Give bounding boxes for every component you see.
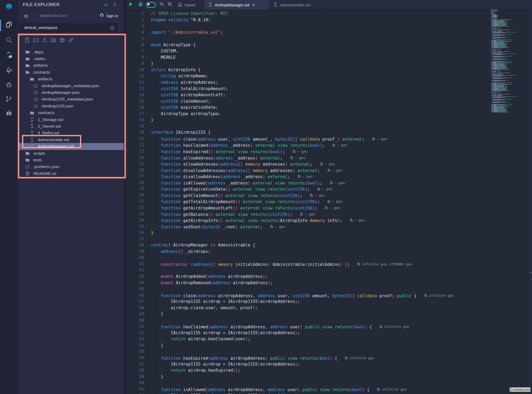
code-line-62[interactable]: 62 IAirdrop1155 airdrop = IAirdrop1155(a… bbox=[126, 392, 487, 394]
code-line-19[interactable]: 19 bbox=[126, 123, 487, 130]
hamburger-menu-icon[interactable] bbox=[23, 14, 29, 20]
code-line-31[interactable]: 31 function getTotalAirdropAmount() exte… bbox=[126, 198, 487, 205]
tree-item-contracts[interactable]: contracts bbox=[18, 110, 124, 116]
tree-item-administrable-sol[interactable]: Administrable.sol bbox=[18, 136, 124, 143]
tree-item-scripts[interactable]: scripts bbox=[18, 150, 124, 157]
zoom-in-icon[interactable] bbox=[166, 0, 174, 10]
tree-item--states[interactable]: .states bbox=[18, 55, 124, 62]
cube-icon[interactable] bbox=[59, 37, 65, 44]
tab-home[interactable]: Home bbox=[175, 0, 198, 10]
code-line-58[interactable]: 58 return airdrop.hasExpired(); bbox=[126, 367, 487, 374]
tab-administrable[interactable]: Administrable.sol bbox=[269, 0, 321, 10]
tree-item-iairdrop1155-json[interactable]: {}IAirdrop1155.json bbox=[18, 103, 124, 109]
file-explorer-icon[interactable] bbox=[4, 20, 14, 30]
code-line-11[interactable]: 11 string airdropName; bbox=[126, 73, 487, 79]
code-line-23[interactable]: 23 function hasExpired() external view r… bbox=[126, 148, 487, 155]
code-line-14[interactable]: 14 uint256 airdropAmountLeft; bbox=[126, 92, 487, 98]
code-line-53[interactable]: 53 return airdrop.hasClaimed(user); bbox=[126, 336, 487, 342]
panel-editor-divider[interactable] bbox=[124, 0, 126, 394]
code-line-54[interactable]: 54 } bbox=[126, 342, 487, 349]
code-line-26[interactable]: 26 function disallowAddresses(address[] … bbox=[126, 167, 487, 174]
deploy-run-icon[interactable] bbox=[4, 66, 14, 76]
code-line-51[interactable]: 51 function hasClaimed(address airdropAd… bbox=[126, 324, 487, 330]
tree-item--deps[interactable]: .deps bbox=[18, 49, 124, 55]
git-icon[interactable] bbox=[4, 95, 14, 104]
code-line-12[interactable]: 12 address airdropAddress; bbox=[126, 79, 487, 86]
code-line-46[interactable]: 46 function claim(address airdropAddress… bbox=[126, 292, 487, 299]
code-line-33[interactable]: 33 function getBalance() external view r… bbox=[126, 211, 487, 217]
code-line-40[interactable]: 40 bbox=[126, 255, 487, 261]
code-line-38[interactable]: 38contract AirdropManager is Administrab… bbox=[126, 242, 487, 249]
code-line-18[interactable]: 18} bbox=[126, 117, 487, 123]
tree-item--prettierrc-json[interactable]: {}.prettierrc.json bbox=[18, 164, 124, 170]
code-line-56[interactable]: 56 function hasExpired(address airdropAd… bbox=[126, 355, 487, 361]
code-line-50[interactable]: 50 bbox=[126, 317, 487, 324]
scrollbar-thumb[interactable] bbox=[529, 272, 531, 273]
code-line-28[interactable]: 28 function isAllowed(address _address) … bbox=[126, 180, 487, 186]
scrollbar-track[interactable] bbox=[529, 10, 532, 394]
code-line-13[interactable]: 13 uint256 totalAirdropAmount; bbox=[126, 86, 487, 92]
code-line-41[interactable]: 41 constructor (address[] memory initial… bbox=[126, 261, 487, 267]
tree-item-2-owner-sol[interactable]: 2_Owner.sol bbox=[18, 123, 124, 129]
code-line-29[interactable]: 29 function getExpirationDate() external… bbox=[126, 186, 487, 192]
tree-item-tests[interactable]: tests bbox=[18, 157, 124, 163]
code-line-20[interactable]: 20interface IAirdrop1155 { bbox=[126, 129, 487, 136]
code-line-34[interactable]: 34 function getAirdropInfo() external vi… bbox=[126, 217, 487, 224]
code-line-42[interactable]: 42 bbox=[126, 267, 487, 274]
code-line-27[interactable]: 27 function disallowAddress(address _add… bbox=[126, 173, 487, 180]
ai-copilot-icon[interactable] bbox=[136, 0, 145, 10]
search-icon[interactable] bbox=[4, 36, 14, 45]
code-line-17[interactable]: 17 AirdropType airdropType; bbox=[126, 111, 487, 117]
workspace-selector[interactable]: default_workspace bbox=[19, 23, 118, 32]
code-line-32[interactable]: 32 function getAirdropAmountLeft() exter… bbox=[126, 205, 487, 211]
tree-item-iairdrop1155-metadata-json[interactable]: {}IAirdrop1155_metadata.json bbox=[18, 96, 124, 103]
solidity-compiler-icon[interactable] bbox=[4, 51, 14, 60]
code-line-6[interactable]: 6enum AirdropType { bbox=[126, 42, 487, 48]
code-line-45[interactable]: 45 bbox=[126, 286, 487, 292]
upload-folder-icon[interactable] bbox=[51, 37, 56, 44]
zoom-out-icon[interactable] bbox=[158, 0, 166, 10]
tree-item-airdropmanager-metadata-json[interactable]: {}AirdropManager_metadata.json bbox=[18, 82, 124, 89]
code-line-49[interactable]: 49 } bbox=[126, 311, 487, 317]
code-line-47[interactable]: 47 IAirdrop1155 airdrop = IAirdrop1155(a… bbox=[126, 299, 487, 305]
code-line-4[interactable]: 4import "./Administrable.sol"; bbox=[126, 30, 487, 36]
code-line-59[interactable]: 59 } bbox=[126, 374, 487, 380]
code-line-5[interactable]: 5 bbox=[126, 36, 487, 42]
tree-item-artifacts[interactable]: artifacts bbox=[18, 62, 124, 69]
code-line-52[interactable]: 52 IAirdrop1155 airdrop = IAirdrop1155(a… bbox=[126, 330, 487, 336]
code-line-36[interactable]: 36} bbox=[126, 230, 487, 236]
code-line-7[interactable]: 7 CUSTOM, bbox=[126, 48, 487, 55]
tree-item-airdropmanager-sol[interactable]: AirdropManager.sol bbox=[18, 143, 124, 150]
tree-item-airdropmanager-json[interactable]: {}AirdropManager.json bbox=[18, 89, 124, 96]
tab-airdropmanager[interactable]: AirdropManager.sol × bbox=[204, 0, 270, 10]
tree-item-1-storage-sol[interactable]: 1_Storage.sol bbox=[18, 116, 124, 123]
tree-item-clipped[interactable] bbox=[18, 177, 124, 179]
code-line-16[interactable]: 16 uint256 expirationDate; bbox=[126, 104, 487, 111]
code-line-21[interactable]: 21 function claim(address user, uint256 … bbox=[126, 136, 487, 142]
workspace-options-icon[interactable] bbox=[110, 25, 115, 31]
link-icon[interactable] bbox=[68, 37, 74, 44]
run-script-button[interactable] bbox=[126, 0, 135, 10]
new-file-icon[interactable] bbox=[24, 37, 30, 44]
code-line-44[interactable]: 44 event AirdropRemoved(address airdropA… bbox=[126, 280, 487, 286]
code-line-39[interactable]: 39 address[] _airdrops; bbox=[126, 249, 487, 255]
code-line-22[interactable]: 22 function hasClaimed(address _address)… bbox=[126, 142, 487, 148]
code-line-48[interactable]: 48 airdrop.claim(user, amount, proof); bbox=[126, 305, 487, 311]
code-line-43[interactable]: 43 event AirdropAdded(address airdropAdd… bbox=[126, 274, 487, 280]
sign-in-button[interactable]: Sign in bbox=[99, 13, 118, 19]
code-line-24[interactable]: 24 function allowAddress(address _addres… bbox=[126, 155, 487, 161]
toggle-switch[interactable] bbox=[146, 2, 156, 8]
upload-file-icon[interactable] bbox=[42, 37, 47, 44]
code-line-37[interactable]: 37 bbox=[126, 236, 487, 242]
code-line-35[interactable]: 35 function setRoot(bytes32 _root) exter… bbox=[126, 224, 487, 230]
code-line-30[interactable]: 30 function getClaimAmount() external vi… bbox=[126, 192, 487, 199]
code-line-15[interactable]: 15 uint256 claimAmount; bbox=[126, 98, 487, 105]
new-folder-icon[interactable] bbox=[33, 37, 39, 44]
code-line-9[interactable]: 9} bbox=[126, 61, 487, 67]
copilot-toggle[interactable] bbox=[146, 0, 156, 10]
code-line-55[interactable]: 55 bbox=[126, 349, 487, 355]
code-line-60[interactable]: 60 bbox=[126, 380, 487, 386]
code-line-3[interactable]: 3 bbox=[126, 23, 487, 30]
code-line-1[interactable]: 1// SPDX-License-Identifier: MIT bbox=[126, 11, 487, 17]
tree-item-artifacts[interactable]: artifacts bbox=[18, 76, 124, 82]
